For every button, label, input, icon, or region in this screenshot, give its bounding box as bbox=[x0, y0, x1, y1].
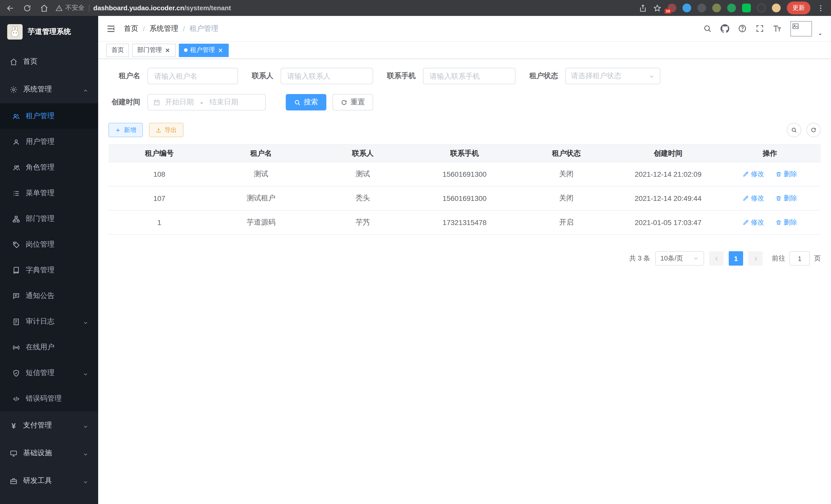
broken-image-icon bbox=[792, 22, 799, 30]
sidebar-item-payment-management[interactable]: ¥ 支付管理 bbox=[0, 412, 98, 439]
extension-icon[interactable] bbox=[742, 4, 751, 12]
extension-icon[interactable] bbox=[757, 4, 766, 12]
extension-icon[interactable] bbox=[683, 4, 691, 12]
sidebar-item-notice-management[interactable]: 通知公告 bbox=[0, 283, 98, 309]
home-browser-icon[interactable] bbox=[40, 4, 48, 12]
plus-icon bbox=[115, 127, 121, 133]
breadcrumb: 首页 / 系统管理 / 租户管理 bbox=[124, 24, 219, 33]
tab-home[interactable]: 首页 bbox=[106, 43, 129, 57]
kebab-menu-icon[interactable] bbox=[816, 4, 825, 12]
reload-icon[interactable] bbox=[23, 4, 31, 12]
edit-link[interactable]: 修改 bbox=[743, 218, 764, 227]
sidebar-item-dict-management[interactable]: 字典管理 bbox=[0, 258, 98, 283]
delete-icon bbox=[775, 171, 782, 177]
sidebar-item-role-management[interactable]: 角色管理 bbox=[0, 155, 98, 180]
col-phone: 联系手机 bbox=[414, 145, 515, 162]
caret-down-icon[interactable] bbox=[818, 30, 823, 35]
edit-link[interactable]: 修改 bbox=[743, 170, 764, 179]
bookmark-star-icon[interactable] bbox=[653, 4, 661, 12]
address-bar[interactable]: 不安全 dashboard.yudao.iocoder.cn/system/te… bbox=[56, 4, 632, 12]
warning-icon bbox=[56, 4, 63, 11]
page-number-1[interactable]: 1 bbox=[729, 251, 743, 266]
tenant-status-select[interactable]: 请选择租户状态 bbox=[565, 68, 660, 84]
breadcrumb-section[interactable]: 系统管理 bbox=[149, 24, 178, 33]
sidebar-item-audit-log[interactable]: 审计日志 bbox=[0, 309, 98, 334]
logo-avatar-icon bbox=[7, 24, 23, 39]
sidebar-item-infrastructure[interactable]: 基础设施 bbox=[0, 439, 98, 467]
status-text: 关闭 bbox=[515, 162, 617, 186]
app-logo[interactable]: 芋道管理系统 bbox=[0, 16, 98, 48]
sidebar-item-home[interactable]: 首页 bbox=[0, 48, 98, 76]
search-icon bbox=[791, 127, 797, 133]
delete-link[interactable]: 删除 bbox=[775, 194, 797, 203]
security-label: 不安全 bbox=[65, 4, 85, 12]
col-created: 创建时间 bbox=[617, 145, 719, 162]
contact-phone-input[interactable] bbox=[423, 68, 515, 84]
reset-button[interactable]: 重置 bbox=[333, 94, 373, 111]
status-text: 开启 bbox=[515, 210, 617, 235]
delete-icon bbox=[775, 219, 782, 226]
menu-list-icon bbox=[12, 189, 20, 197]
browser-update-button[interactable]: 更新 bbox=[787, 2, 810, 14]
sidebar-item-post-management[interactable]: 岗位管理 bbox=[0, 232, 98, 258]
page-size-select[interactable]: 10条/页 bbox=[655, 251, 704, 266]
tag-view-bar: 首页 部门管理 租户管理 bbox=[98, 41, 831, 59]
app-title: 芋道管理系统 bbox=[28, 27, 71, 36]
close-icon[interactable] bbox=[218, 47, 224, 53]
date-start-placeholder: 开始日期 bbox=[165, 98, 194, 107]
tab-department-management[interactable]: 部门管理 bbox=[132, 43, 176, 57]
sidebar-item-user-management[interactable]: 用户管理 bbox=[0, 129, 98, 155]
add-button[interactable]: 新增 bbox=[109, 123, 143, 137]
col-status: 租户状态 bbox=[515, 145, 617, 162]
toggle-search-button[interactable] bbox=[787, 123, 801, 137]
sidebar-item-online-users[interactable]: 在线用户 bbox=[0, 334, 98, 360]
gear-icon bbox=[10, 86, 18, 93]
delete-link[interactable]: 删除 bbox=[775, 218, 797, 227]
sidebar-item-error-code-management[interactable]: 错误码管理 bbox=[0, 386, 98, 412]
profile-avatar[interactable] bbox=[772, 4, 781, 12]
edit-link[interactable]: 修改 bbox=[743, 194, 764, 203]
sidebar-item-tenant-management[interactable]: 租户管理 bbox=[0, 103, 98, 129]
page-content: 租户名 联系人 联系手机 租户状态 请选择租户状态 bbox=[98, 59, 831, 504]
refresh-button[interactable] bbox=[806, 123, 821, 137]
share-icon[interactable] bbox=[639, 4, 647, 12]
prev-page-button[interactable] bbox=[709, 251, 724, 266]
delete-link[interactable]: 删除 bbox=[775, 170, 797, 179]
create-time-range-picker[interactable]: 开始日期 - 结束日期 bbox=[147, 94, 266, 111]
tab-tenant-management[interactable]: 租户管理 bbox=[179, 43, 229, 57]
extension-icon[interactable] bbox=[712, 4, 721, 12]
sidebar-item-system-management[interactable]: 系统管理 bbox=[0, 76, 98, 103]
next-page-button[interactable] bbox=[748, 251, 763, 266]
table-header-row: 租户编号 租户名 联系人 联系手机 租户状态 创建时间 操作 bbox=[109, 145, 821, 162]
org-tree-icon bbox=[12, 215, 20, 223]
extension-icon[interactable]: 10 bbox=[667, 4, 676, 12]
chevron-down-icon bbox=[83, 450, 88, 456]
search-icon[interactable] bbox=[703, 24, 712, 33]
date-end-placeholder: 结束日期 bbox=[209, 98, 238, 107]
sidebar-item-menu-management[interactable]: 菜单管理 bbox=[0, 180, 98, 206]
export-button[interactable]: 导出 bbox=[149, 123, 183, 137]
col-actions: 操作 bbox=[719, 145, 821, 162]
help-icon[interactable] bbox=[738, 24, 747, 33]
sidebar-item-dev-tools[interactable]: 研发工具 bbox=[0, 467, 98, 495]
breadcrumb-home[interactable]: 首页 bbox=[124, 24, 138, 33]
sidebar-toggle-icon[interactable] bbox=[106, 24, 116, 33]
tenant-name-input[interactable] bbox=[147, 68, 238, 84]
close-icon[interactable] bbox=[165, 47, 171, 53]
sidebar-item-department-management[interactable]: 部门管理 bbox=[0, 206, 98, 232]
extension-icon[interactable] bbox=[727, 4, 736, 12]
contact-input[interactable] bbox=[281, 68, 373, 84]
search-button[interactable]: 搜索 bbox=[286, 94, 326, 111]
col-tenant-id: 租户编号 bbox=[109, 145, 210, 162]
tenant-name-label: 租户名 bbox=[109, 71, 140, 81]
edit-icon bbox=[743, 171, 749, 177]
github-icon[interactable] bbox=[720, 24, 729, 33]
sidebar-item-sms-management[interactable]: 短信管理 bbox=[0, 360, 98, 386]
font-size-icon[interactable] bbox=[773, 24, 782, 33]
goto-page-input[interactable] bbox=[790, 251, 810, 266]
back-icon[interactable] bbox=[6, 4, 15, 12]
chevron-up-icon bbox=[83, 87, 88, 92]
fullscreen-icon[interactable] bbox=[755, 24, 764, 33]
user-avatar[interactable] bbox=[791, 21, 812, 36]
extension-icon[interactable] bbox=[697, 4, 706, 12]
